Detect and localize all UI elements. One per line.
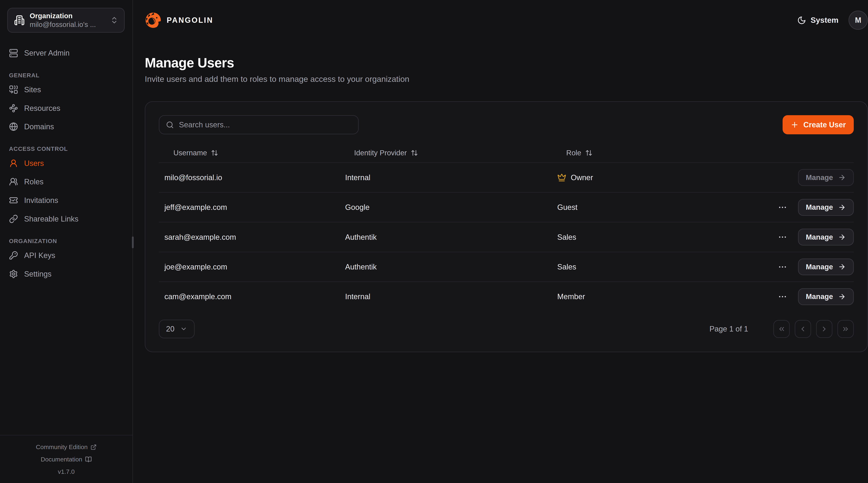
column-header-identity-provider: Identity Provider	[340, 149, 552, 157]
sidebar-resize-handle[interactable]	[132, 236, 134, 248]
create-user-label: Create User	[803, 120, 846, 129]
user-avatar[interactable]: M	[848, 10, 868, 30]
column-label: Identity Provider	[354, 149, 407, 157]
idp-cell: Authentik	[340, 233, 552, 242]
org-selector-label: Organization	[30, 11, 105, 20]
documentation-link[interactable]: Documentation	[0, 453, 132, 465]
username-cell: cam@example.com	[159, 292, 340, 301]
sidebar-item-api-keys[interactable]: API Keys	[0, 246, 132, 265]
sidebar: Organization milo@fossorial.io's ... Ser…	[0, 0, 133, 483]
username-cell: joe@example.com	[159, 262, 340, 271]
manage-button[interactable]: Manage	[798, 169, 854, 186]
sidebar-item-label: Settings	[24, 269, 52, 278]
pagination: Page 1 of 1	[710, 320, 854, 338]
ellipsis-icon	[778, 232, 787, 242]
link-icon	[9, 215, 18, 223]
table-row: milo@fossorial.io Internal Owner Manage	[159, 163, 854, 192]
manage-label: Manage	[806, 292, 833, 301]
main-content: PANGOLIN System M Manage Users Invite us…	[133, 0, 868, 483]
sidebar-item-users[interactable]: Users	[0, 154, 132, 173]
manage-button[interactable]: Manage	[798, 199, 854, 216]
role-cell: Sales	[552, 233, 777, 242]
manage-button[interactable]: Manage	[798, 258, 854, 275]
avatar-initial: M	[855, 16, 861, 25]
username-cell: jeff@example.com	[159, 203, 340, 211]
users-icon	[9, 177, 18, 186]
last-page-button[interactable]	[837, 320, 854, 338]
waypoints-icon	[9, 104, 18, 113]
arrow-right-icon	[838, 203, 846, 211]
community-edition-label: Community Edition	[36, 441, 88, 453]
create-user-button[interactable]: Create User	[783, 115, 854, 134]
sidebar-item-label: Invitations	[24, 196, 58, 205]
role-label: Owner	[571, 173, 593, 182]
row-menu-button[interactable]	[777, 231, 788, 243]
page-title: Manage Users	[145, 55, 868, 70]
row-menu-button[interactable]	[777, 261, 788, 273]
sidebar-item-resources[interactable]: Resources	[0, 99, 132, 117]
previous-page-button[interactable]	[795, 320, 811, 338]
sidebar-item-server-admin[interactable]: Server Admin	[0, 44, 132, 62]
topbar-right: System M	[797, 10, 868, 30]
theme-toggle-button[interactable]: System	[797, 16, 839, 25]
globe-icon	[9, 122, 18, 131]
org-selector-value: milo@fossorial.io's ...	[30, 20, 105, 29]
manage-label: Manage	[806, 263, 833, 271]
sidebar-item-sites[interactable]: Sites	[0, 80, 132, 99]
search-input[interactable]	[179, 120, 351, 129]
book-open-icon	[85, 456, 92, 463]
chevron-down-icon	[180, 325, 187, 333]
sort-icon	[585, 149, 592, 157]
brand-name: PANGOLIN	[167, 16, 213, 25]
sort-icon	[411, 149, 418, 157]
row-actions: Manage	[777, 229, 854, 246]
manage-button[interactable]: Manage	[798, 229, 854, 246]
org-selector-text: Organization milo@fossorial.io's ...	[30, 11, 105, 29]
community-edition-link[interactable]: Community Edition	[0, 441, 132, 453]
arrow-right-icon	[838, 263, 846, 271]
column-header-role: Role	[552, 149, 839, 157]
table-row: sarah@example.com Authentik Sales Manage	[159, 222, 854, 252]
pangolin-logo-icon	[145, 12, 162, 29]
ellipsis-icon	[778, 292, 787, 302]
row-actions: Manage	[777, 199, 854, 216]
column-label: Username	[174, 149, 207, 157]
card-toolbar: Create User	[145, 102, 867, 135]
row-actions: Manage	[777, 288, 854, 305]
manage-button[interactable]: Manage	[798, 288, 854, 305]
first-page-button[interactable]	[773, 320, 790, 338]
app-window: Organization milo@fossorial.io's ... Ser…	[0, 0, 868, 483]
arrow-right-icon	[838, 233, 846, 241]
page-size-value: 20	[166, 324, 175, 333]
role-cell: Sales	[552, 262, 777, 271]
arrow-right-icon	[838, 174, 846, 181]
row-menu-button[interactable]	[777, 291, 788, 303]
row-menu-button[interactable]	[777, 201, 788, 213]
sidebar-item-invitations[interactable]: Invitations	[0, 191, 132, 210]
sort-username-button[interactable]: Username	[174, 149, 218, 157]
crown-icon	[557, 173, 566, 182]
ellipsis-icon	[778, 262, 787, 272]
sidebar-item-settings[interactable]: Settings	[0, 265, 132, 283]
sidebar-item-label: Users	[24, 159, 44, 168]
search-icon	[166, 121, 174, 129]
manage-label: Manage	[806, 173, 833, 182]
sort-role-button[interactable]: Role	[566, 149, 592, 157]
page-header: Manage Users Invite users and add them t…	[145, 55, 868, 84]
next-page-button[interactable]	[816, 320, 832, 338]
sidebar-item-shareable-links[interactable]: Shareable Links	[0, 209, 132, 228]
sidebar-item-roles[interactable]: Roles	[0, 173, 132, 191]
sidebar-item-domains[interactable]: Domains	[0, 117, 132, 136]
manage-label: Manage	[806, 203, 833, 211]
page-size-select[interactable]: 20	[159, 320, 195, 338]
role-cell: Member	[552, 292, 777, 301]
topbar: PANGOLIN System M	[145, 8, 868, 32]
users-card: Create User Username Identity Provider	[145, 101, 868, 352]
chevron-left-icon	[799, 325, 807, 333]
table-row: joe@example.com Authentik Sales Manage	[159, 252, 854, 281]
documentation-label: Documentation	[41, 453, 82, 465]
sort-identity-provider-button[interactable]: Identity Provider	[354, 149, 418, 157]
user-icon	[9, 159, 18, 168]
org-selector[interactable]: Organization milo@fossorial.io's ...	[7, 8, 125, 32]
manage-label: Manage	[806, 233, 833, 241]
